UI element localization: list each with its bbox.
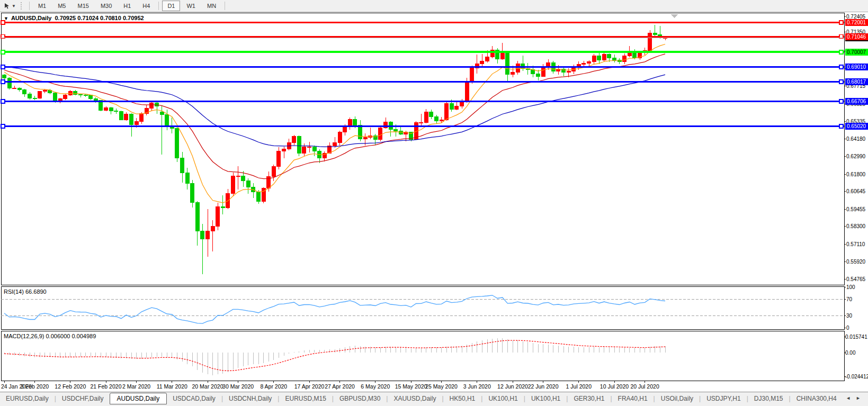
svg-text:12 Feb 2020: 12 Feb 2020 <box>55 383 86 390</box>
tab-scroll-left-icon[interactable]: ◄ <box>846 395 851 401</box>
main-panel <box>2 13 845 285</box>
svg-text:17 Apr 2020: 17 Apr 2020 <box>294 383 325 390</box>
chart-title: ▼AUDUSD,Daily 0.70925 0.71024 0.70810 0.… <box>4 15 144 21</box>
rsi-axis[interactable]: 10070300 <box>844 284 855 331</box>
timeframe-button-m15[interactable]: M15 <box>72 1 94 11</box>
line-handle <box>1 65 5 69</box>
line-handle <box>839 80 843 84</box>
svg-text:20 Mar 2020: 20 Mar 2020 <box>192 383 223 390</box>
rsi-label: RSI(14) 66.6890 <box>4 288 47 295</box>
chevron-down-icon: ▼ <box>12 4 16 8</box>
svg-text:0.62990: 0.62990 <box>846 154 866 159</box>
timeframe-button-m30[interactable]: M30 <box>95 1 117 11</box>
timeframe-button-mn[interactable]: MN <box>202 1 221 11</box>
svg-text:0.72405: 0.72405 <box>846 14 866 20</box>
svg-text:8 Apr 2020: 8 Apr 2020 <box>260 383 287 390</box>
macd-panel <box>2 331 845 381</box>
line-handle <box>839 100 843 103</box>
hline-price-badge: 0.70007 <box>845 49 868 56</box>
tab-usdcad-daily[interactable]: USDCAD,Daily <box>167 393 221 404</box>
svg-text:2 Mar 2020: 2 Mar 2020 <box>122 383 150 390</box>
timeframe-button-h1[interactable]: H1 <box>118 1 136 11</box>
svg-text:0: 0 <box>846 325 849 331</box>
tab-audusd-daily[interactable]: AUDUSD,Daily <box>110 393 167 404</box>
tab-usdchf-daily[interactable]: USDCHF,Daily <box>56 393 110 404</box>
svg-text:27 Apr 2020: 27 Apr 2020 <box>325 383 355 390</box>
svg-text:10 Jul 2020: 10 Jul 2020 <box>600 383 629 390</box>
cursor-tool-button[interactable]: ▼ <box>1 2 19 11</box>
ohlc-values: 0.70925 0.71024 0.70810 0.70952 <box>55 15 144 21</box>
svg-text:-0.024412: -0.024412 <box>845 374 868 380</box>
svg-text:30 Mar 2020: 30 Mar 2020 <box>222 383 254 390</box>
hline-price-badge: 0.65020 <box>845 123 868 130</box>
svg-text:0.57110: 0.57110 <box>846 241 865 247</box>
toolbar-separator <box>29 2 30 10</box>
cursor-icon <box>4 3 11 10</box>
tab-dj30-m15[interactable]: DJ30,M15 <box>748 393 789 404</box>
hline-price-badge: 0.72001 <box>845 19 868 26</box>
timeframe-button-m5[interactable]: M5 <box>52 1 71 11</box>
line-handle <box>1 124 5 128</box>
timeframe-button-w1[interactable]: W1 <box>181 1 201 11</box>
line-handle <box>839 50 843 54</box>
collapse-indicators-icon[interactable]: ▼ <box>4 16 8 21</box>
svg-text:22 Jun 2020: 22 Jun 2020 <box>528 383 559 390</box>
svg-text:0.61800: 0.61800 <box>846 172 866 177</box>
hline-price-badge: 0.68017 <box>845 78 868 85</box>
tab-fra40-h1[interactable]: FRA40,H1 <box>612 393 654 404</box>
svg-text:3 Feb 2020: 3 Feb 2020 <box>21 383 49 390</box>
svg-text:0.58300: 0.58300 <box>846 223 866 229</box>
tab-usdjpy-h1[interactable]: USDJPY,H1 <box>701 393 746 404</box>
hline-price-badge: 0.69010 <box>845 64 868 70</box>
svg-text:6 May 2020: 6 May 2020 <box>361 383 390 390</box>
line-handle <box>1 50 5 54</box>
toolbar-separator <box>158 2 159 10</box>
svg-text:0.015741: 0.015741 <box>845 334 867 340</box>
svg-text:15 May 2020: 15 May 2020 <box>395 383 427 390</box>
tab-eurusd-daily[interactable]: EURUSD,Daily <box>0 393 55 404</box>
tab-scroll-right-icon[interactable]: ► <box>856 395 861 401</box>
chart-tab-bar: EURUSD,Daily|USDCHF,DailyAUDUSD,DailyUSD… <box>0 392 868 406</box>
svg-text:0.54765: 0.54765 <box>846 276 866 282</box>
tab-usdcnh-daily[interactable]: USDCNH,Daily <box>223 393 278 404</box>
symbol-period-label: AUDUSD,Daily <box>11 15 51 21</box>
macd-axis[interactable]: 0.0157410.00-0.024412 <box>844 334 868 380</box>
tab-uk100-h1[interactable]: UK100,H1 <box>482 393 523 404</box>
tab-scroll-arrows: ◄ ► <box>838 392 868 404</box>
timeframe-button-m1[interactable]: M1 <box>33 1 51 11</box>
svg-text:0.00: 0.00 <box>845 350 856 356</box>
svg-text:25 May 2020: 25 May 2020 <box>425 383 458 390</box>
tab-usoil-daily[interactable]: USOil,Daily <box>655 393 699 404</box>
svg-text:12 Jun 2020: 12 Jun 2020 <box>497 383 528 390</box>
svg-text:70: 70 <box>846 296 853 302</box>
rsi-panel <box>2 287 845 330</box>
chart-canvas[interactable]: 0.724050.713500.700600.689050.677150.665… <box>0 0 868 406</box>
svg-text:30: 30 <box>846 313 853 319</box>
toolbar: ▼ M1M5M15M30H1H4D1W1MN <box>0 0 868 12</box>
tab-uk100-h1[interactable]: UK100,H1 <box>525 393 566 404</box>
svg-text:0.55920: 0.55920 <box>846 259 866 265</box>
toolbar-grip[interactable] <box>21 2 24 10</box>
timeframe-button-h4[interactable]: H4 <box>137 1 155 11</box>
tab-gbpusd-m30[interactable]: GBPUSD,M30 <box>334 393 386 404</box>
toolbar-separator <box>225 2 225 10</box>
line-handle <box>839 21 843 24</box>
svg-text:0.59455: 0.59455 <box>846 206 866 212</box>
tab-xauusd-daily[interactable]: XAUUSD,Daily <box>388 393 442 404</box>
hline-price-badge: 0.71046 <box>845 33 868 40</box>
svg-text:3 Jun 2020: 3 Jun 2020 <box>463 383 491 390</box>
line-handle <box>839 124 843 128</box>
svg-text:1 Jul 2020: 1 Jul 2020 <box>566 383 592 390</box>
svg-text:100: 100 <box>846 284 855 290</box>
hline-price-badge: 0.66706 <box>845 98 868 105</box>
tab-hk50-h1[interactable]: HK50,H1 <box>444 393 481 404</box>
svg-text:11 Mar 2020: 11 Mar 2020 <box>157 383 187 390</box>
date-axis[interactable]: 24 Jan 20203 Feb 202012 Feb 202021 Feb 2… <box>1 381 659 390</box>
tab-ger30-h1[interactable]: GER30,H1 <box>568 393 610 404</box>
timeframe-buttons: M1M5M15M30H1H4D1W1MN <box>26 0 228 12</box>
svg-text:21 Feb 2020: 21 Feb 2020 <box>91 383 122 390</box>
tab-china300-h4[interactable]: CHINA300,H4 <box>791 393 839 404</box>
tab-eurusd-m15[interactable]: EURUSD,M15 <box>279 393 332 404</box>
line-handle <box>1 80 5 84</box>
timeframe-button-d1[interactable]: D1 <box>162 1 180 11</box>
